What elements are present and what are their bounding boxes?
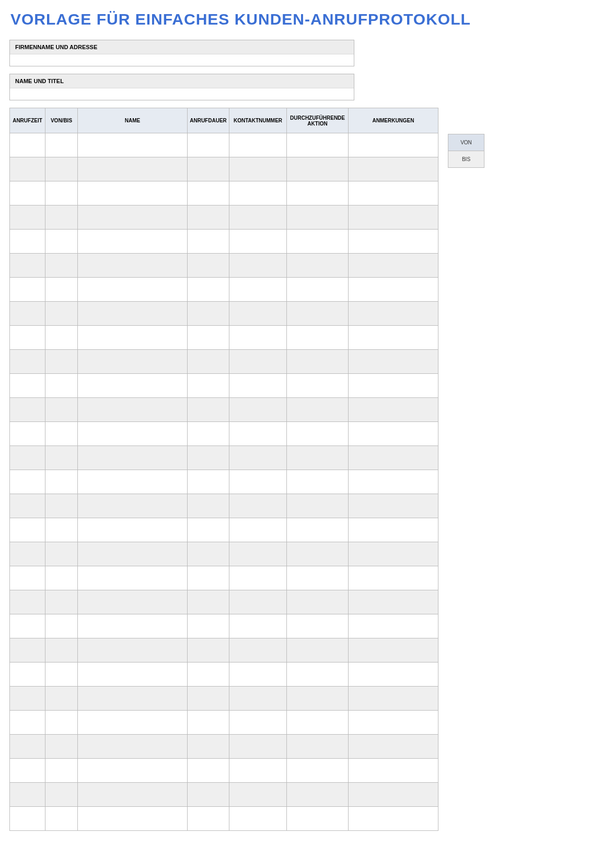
table-cell[interactable] [188, 302, 229, 326]
table-cell[interactable] [229, 302, 287, 326]
table-cell[interactable] [10, 374, 45, 398]
table-cell[interactable] [188, 614, 229, 638]
table-cell[interactable] [188, 711, 229, 735]
table-cell[interactable] [10, 614, 45, 638]
table-cell[interactable] [349, 398, 438, 422]
table-cell[interactable] [45, 590, 78, 614]
table-cell[interactable] [188, 326, 229, 350]
table-cell[interactable] [287, 687, 349, 711]
table-cell[interactable] [349, 446, 438, 470]
table-cell[interactable] [10, 590, 45, 614]
table-cell[interactable] [229, 422, 287, 446]
table-cell[interactable] [229, 614, 287, 638]
table-cell[interactable] [188, 518, 229, 542]
table-cell[interactable] [349, 638, 438, 663]
table-cell[interactable] [287, 422, 349, 446]
table-cell[interactable] [349, 687, 438, 711]
table-cell[interactable] [10, 807, 45, 831]
table-cell[interactable] [78, 205, 188, 230]
table-cell[interactable] [287, 759, 349, 783]
table-cell[interactable] [10, 494, 45, 518]
table-cell[interactable] [287, 638, 349, 663]
table-cell[interactable] [349, 783, 438, 807]
table-cell[interactable] [45, 638, 78, 663]
table-cell[interactable] [229, 230, 287, 254]
table-cell[interactable] [349, 374, 438, 398]
table-cell[interactable] [10, 254, 45, 278]
table-cell[interactable] [188, 735, 229, 759]
table-cell[interactable] [188, 422, 229, 446]
table-cell[interactable] [45, 446, 78, 470]
table-cell[interactable] [229, 590, 287, 614]
table-cell[interactable] [10, 446, 45, 470]
table-cell[interactable] [45, 518, 78, 542]
table-cell[interactable] [45, 157, 78, 181]
table-cell[interactable] [78, 398, 188, 422]
table-cell[interactable] [287, 157, 349, 181]
table-cell[interactable] [78, 590, 188, 614]
table-cell[interactable] [45, 326, 78, 350]
table-cell[interactable] [10, 205, 45, 230]
table-cell[interactable] [78, 302, 188, 326]
table-cell[interactable] [229, 157, 287, 181]
table-cell[interactable] [229, 254, 287, 278]
table-cell[interactable] [45, 181, 78, 205]
table-cell[interactable] [229, 807, 287, 831]
table-cell[interactable] [78, 494, 188, 518]
table-cell[interactable] [78, 542, 188, 566]
table-cell[interactable] [78, 374, 188, 398]
table-cell[interactable] [78, 663, 188, 687]
table-cell[interactable] [287, 494, 349, 518]
table-cell[interactable] [287, 590, 349, 614]
table-cell[interactable] [78, 181, 188, 205]
table-cell[interactable] [45, 133, 78, 157]
table-cell[interactable] [45, 350, 78, 374]
table-cell[interactable] [287, 181, 349, 205]
table-cell[interactable] [349, 566, 438, 590]
table-cell[interactable] [78, 687, 188, 711]
table-cell[interactable] [188, 133, 229, 157]
table-cell[interactable] [78, 735, 188, 759]
table-cell[interactable] [287, 278, 349, 302]
table-cell[interactable] [229, 494, 287, 518]
table-cell[interactable] [10, 566, 45, 590]
table-cell[interactable] [229, 566, 287, 590]
table-cell[interactable] [229, 759, 287, 783]
table-cell[interactable] [45, 663, 78, 687]
table-cell[interactable] [78, 470, 188, 494]
table-cell[interactable] [188, 157, 229, 181]
table-cell[interactable] [188, 446, 229, 470]
table-cell[interactable] [287, 807, 349, 831]
table-cell[interactable] [229, 663, 287, 687]
table-cell[interactable] [349, 807, 438, 831]
table-cell[interactable] [78, 759, 188, 783]
table-cell[interactable] [10, 759, 45, 783]
table-cell[interactable] [78, 133, 188, 157]
table-cell[interactable] [349, 663, 438, 687]
table-cell[interactable] [10, 663, 45, 687]
table-cell[interactable] [349, 278, 438, 302]
table-cell[interactable] [78, 566, 188, 590]
table-cell[interactable] [229, 711, 287, 735]
table-cell[interactable] [45, 687, 78, 711]
table-cell[interactable] [229, 446, 287, 470]
table-cell[interactable] [10, 470, 45, 494]
table-cell[interactable] [188, 638, 229, 663]
table-cell[interactable] [45, 230, 78, 254]
table-cell[interactable] [45, 398, 78, 422]
table-cell[interactable] [229, 133, 287, 157]
table-cell[interactable] [229, 181, 287, 205]
table-cell[interactable] [188, 205, 229, 230]
table-cell[interactable] [287, 735, 349, 759]
table-cell[interactable] [45, 205, 78, 230]
table-cell[interactable] [349, 157, 438, 181]
table-cell[interactable] [188, 470, 229, 494]
table-cell[interactable] [78, 783, 188, 807]
table-cell[interactable] [188, 230, 229, 254]
table-cell[interactable] [45, 783, 78, 807]
table-cell[interactable] [349, 542, 438, 566]
table-cell[interactable] [10, 783, 45, 807]
table-cell[interactable] [188, 350, 229, 374]
table-cell[interactable] [10, 735, 45, 759]
table-cell[interactable] [229, 350, 287, 374]
